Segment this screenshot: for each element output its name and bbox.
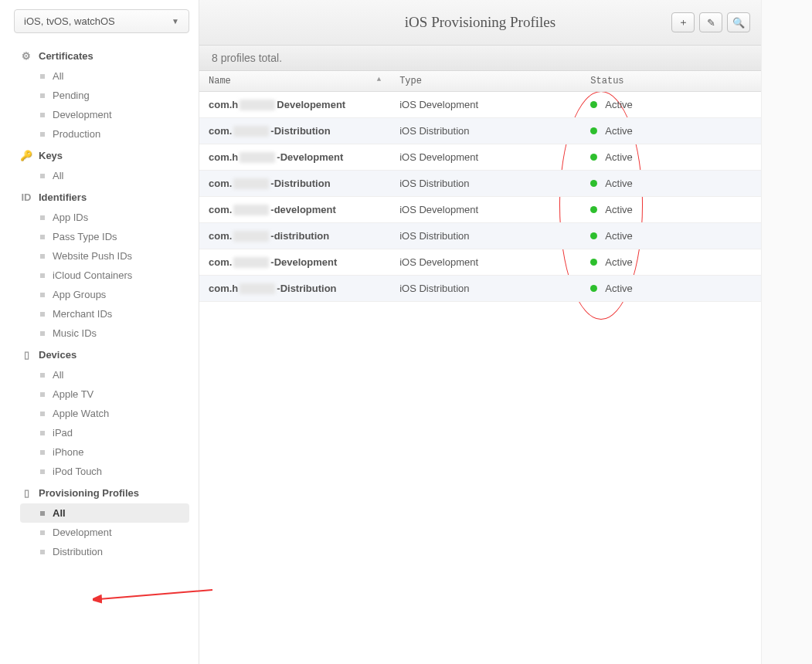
device-icon: ▯ [20,349,32,361]
sidebar-item-apple-tv[interactable]: Apple TV [0,385,189,404]
page-title: iOS Provisioning Profiles [405,14,555,31]
chevron-down-icon: ▼ [172,17,179,25]
bullet-icon [40,215,45,220]
cell-status: Active [581,276,761,302]
table-row[interactable]: com.h-DistributioniOS DistributionActive [199,276,761,302]
bullet-icon [40,530,45,535]
table-row[interactable]: com.-developmentiOS DevelopmentActive [199,197,761,223]
col-name[interactable]: Name▲ [199,71,390,92]
cell-status: Active [581,144,761,171]
platform-selector[interactable]: iOS, tvOS, watchOS ▼ [14,9,189,33]
bullet-icon [40,293,45,297]
right-gutter [761,0,812,664]
sidebar-item-label: Apple Watch [53,408,109,419]
cell-type: iOS Development [390,92,581,118]
sidebar-item-music-ids[interactable]: Music IDs [0,324,189,343]
plus-icon: ＋ [678,15,688,29]
sort-asc-icon: ▲ [377,76,381,83]
cell-name: com.h-Development [199,144,390,171]
section-title: Devices [39,349,76,361]
sidebar-item-pending[interactable]: Pending [0,86,189,105]
sidebar-item-development[interactable]: Development [0,105,189,124]
redacted [233,126,269,137]
section-certificates: ⚙Certificates [0,44,199,66]
edit-button[interactable]: ✎ [699,12,722,32]
sidebar-item-label: All [53,369,63,381]
cell-name: com.-development [199,197,390,223]
cell-type: iOS Distribution [390,171,581,197]
cell-status: Active [581,197,761,223]
sidebar-item-production[interactable]: Production [0,124,189,144]
sidebar-item-label: All [53,507,66,519]
section-title: Certificates [39,50,93,62]
cell-type: iOS Distribution [390,118,581,144]
cell-type: iOS Development [390,144,581,171]
sidebar-item-merchant-ids[interactable]: Merchant IDs [0,304,189,324]
main: iOS Provisioning Profiles ＋ ✎ 🔍 8 profil… [199,0,812,664]
sidebar-item-pass-type-ids[interactable]: Pass Type IDs [0,227,189,246]
bullet-icon [40,74,45,79]
profiles-table: Name▲ Type Status com.hDevelopementiOS D… [199,71,761,302]
sidebar-item-app-groups[interactable]: App Groups [0,285,189,304]
status-dot-icon [590,285,597,292]
sidebar-item-development[interactable]: Development [0,523,189,542]
bullet-icon [40,373,45,378]
sidebar-item-app-ids[interactable]: App IDs [0,208,189,227]
sidebar-item-label: Pass Type IDs [53,231,117,242]
sidebar-item-website-push-ids[interactable]: Website Push IDs [0,246,189,266]
table-row[interactable]: com.-DevelopmentiOS DevelopmentActive [199,249,761,276]
toolbar: iOS Provisioning Profiles ＋ ✎ 🔍 [199,0,761,45]
status-dot-icon [590,206,597,213]
sidebar-item-all[interactable]: All [20,503,189,523]
sidebar-item-distribution[interactable]: Distribution [0,542,189,561]
section-title: Keys [39,150,63,161]
col-status[interactable]: Status [581,71,761,92]
sidebar-item-ipod-touch[interactable]: iPod Touch [0,462,189,481]
table-row[interactable]: com.-distributioniOS DistributionActive [199,223,761,249]
section-keys: 🔑Keys [0,144,199,166]
table-row[interactable]: com.h-DevelopmentiOS DevelopmentActive [199,144,761,171]
add-button[interactable]: ＋ [671,12,695,32]
section-provisioning-profiles: ▯Provisioning Profiles [0,481,199,503]
status-dot-icon [590,180,597,187]
platform-label: iOS, tvOS, watchOS [24,15,115,27]
table-row[interactable]: com.-DistributioniOS DistributionActive [199,118,761,144]
redacted [233,257,269,268]
section-title: Identifiers [39,191,87,203]
sidebar-item-label: All [53,70,63,82]
redacted [240,100,275,110]
table-row[interactable]: com.hDevelopementiOS DevelopmentActive [199,92,761,118]
sidebar-item-label: Development [53,109,112,120]
sidebar-item-ipad[interactable]: iPad [0,423,189,442]
sidebar-item-label: iPhone [53,446,83,458]
sidebar-item-label: Distribution [53,546,103,557]
redacted [233,205,269,215]
sidebar-item-label: Merchant IDs [53,308,112,320]
cell-name: com.-Distribution [199,118,390,144]
bullet-icon [40,113,45,117]
cell-name: com.-Development [199,249,390,276]
bullet-icon [40,254,45,259]
cell-status: Active [581,118,761,144]
sidebar-item-all[interactable]: All [0,365,189,385]
bullet-icon [40,450,45,455]
cell-name: com.-Distribution [199,171,390,197]
sidebar-item-iphone[interactable]: iPhone [0,442,189,462]
sidebar-item-icloud-containers[interactable]: iCloud Containers [0,266,189,285]
sidebar-item-all[interactable]: All [0,66,189,86]
table-row[interactable]: com.-DistributioniOS DistributionActive [199,171,761,197]
redacted [233,178,269,189]
bullet-icon [40,132,45,137]
bullet-icon [40,312,45,317]
cell-status: Active [581,92,761,118]
bullet-icon [40,431,45,435]
sidebar-item-apple-watch[interactable]: Apple Watch [0,404,189,423]
search-button[interactable]: 🔍 [727,12,750,32]
sidebar-item-label: All [53,170,63,181]
bullet-icon [40,93,45,98]
sidebar-item-all[interactable]: All [0,166,189,185]
sidebar-item-label: Music IDs [53,327,97,339]
cell-status: Active [581,249,761,276]
cell-type: iOS Distribution [390,223,581,249]
col-type[interactable]: Type [390,71,581,92]
